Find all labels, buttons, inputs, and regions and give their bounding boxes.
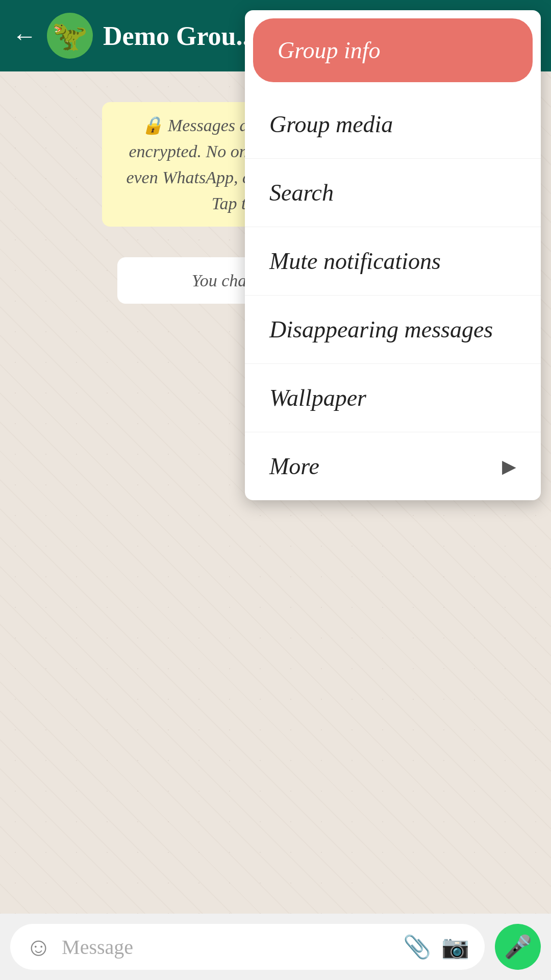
menu-label-search: Search: [269, 179, 334, 206]
menu-item-group-media[interactable]: Group media: [245, 90, 541, 159]
menu-label-more: More: [269, 453, 319, 480]
menu-item-more[interactable]: More ▶: [245, 432, 541, 500]
dropdown-overlay: Group info Group media Search Mute notif…: [0, 0, 551, 980]
menu-item-mute-notifications[interactable]: Mute notifications: [245, 227, 541, 296]
menu-item-search[interactable]: Search: [245, 159, 541, 227]
chevron-right-icon: ▶: [502, 456, 516, 477]
menu-label-mute-notifications: Mute notifications: [269, 248, 441, 275]
menu-label-disappearing-messages: Disappearing messages: [269, 316, 493, 343]
menu-item-group-info[interactable]: Group info: [253, 18, 533, 82]
menu-label-wallpaper: Wallpaper: [269, 384, 366, 411]
menu-label-group-media: Group media: [269, 111, 393, 138]
dropdown-menu: Group info Group media Search Mute notif…: [245, 10, 541, 500]
menu-item-wallpaper[interactable]: Wallpaper: [245, 364, 541, 432]
menu-item-disappearing-messages[interactable]: Disappearing messages: [245, 296, 541, 364]
menu-label-group-info: Group info: [278, 37, 380, 64]
